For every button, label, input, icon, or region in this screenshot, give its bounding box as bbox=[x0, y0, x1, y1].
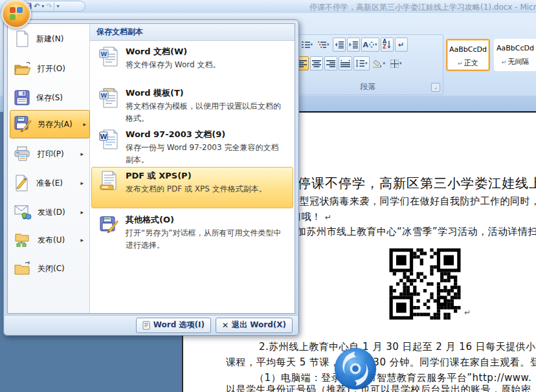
enter-mark-icon: ↵ bbox=[502, 59, 507, 65]
sort-icon: AZ bbox=[383, 39, 386, 50]
show-hide-marks-button[interactable]: ↵ bbox=[395, 38, 408, 52]
title-bar: ↶ ▾ ↷ ▾ 停课不停学，高新区第三小学娄江娃线上学习攻略(1).docx -… bbox=[0, 0, 536, 13]
save-as-floppy-pencil-icon bbox=[14, 115, 32, 133]
office-logo-icon bbox=[10, 7, 23, 20]
align-right-icon bbox=[326, 60, 335, 67]
asian-layout-icon: A bbox=[363, 41, 369, 49]
save-floppy-icon bbox=[14, 89, 30, 106]
align-right-button[interactable] bbox=[324, 56, 337, 71]
dropdown-icon: ▾ bbox=[375, 42, 377, 47]
dropdown-icon: ▾ bbox=[311, 42, 313, 47]
submenu-arrow-icon: ▸ bbox=[80, 209, 84, 215]
line-spacing-button[interactable]: ▾ bbox=[353, 56, 370, 71]
numbering-button[interactable]: ▾ bbox=[300, 38, 315, 52]
menu-item-save[interactable]: 保存(S) bbox=[10, 84, 87, 111]
menu-item-close[interactable]: 关闭(C) bbox=[10, 255, 87, 282]
menu-item-save-as[interactable]: 另存为(A) ▸ bbox=[10, 110, 90, 138]
word-application-window: ↶ ▾ ↷ ▾ 停课不停学，高新区第三小学娄江娃线上学习攻略(1).docx -… bbox=[0, 0, 536, 392]
paragraph-mark: ↵ bbox=[464, 308, 471, 317]
style-name: ↵正文 bbox=[447, 58, 489, 68]
submenu-item-word-97-2003[interactable]: W Word 97-2003 文档(9) 保存一份与 Word 97-2003 … bbox=[91, 125, 293, 166]
close-folder-icon bbox=[14, 260, 32, 277]
word-document-icon: W bbox=[98, 46, 119, 68]
increase-indent-icon bbox=[349, 41, 358, 49]
dropdown-icon: ▾ bbox=[365, 61, 368, 66]
numbering-icon bbox=[302, 41, 310, 49]
new-document-icon bbox=[14, 30, 30, 48]
shading-bucket-icon bbox=[373, 60, 383, 68]
svg-text:W: W bbox=[101, 51, 107, 58]
menu-item-new[interactable]: 新建(N) bbox=[10, 25, 87, 52]
submenu-item-word-document[interactable]: W Word 文档(W) 将文件保存为 Word 文档。 bbox=[91, 43, 293, 76]
enter-mark-icon: ↵ bbox=[458, 60, 463, 67]
paragraph-group-label: 段落 bbox=[293, 82, 443, 93]
submenu-arrow-icon: ▸ bbox=[80, 180, 84, 186]
office-menu-left-column: 新建(N) 打开(O) bbox=[8, 24, 90, 313]
align-center-button[interactable] bbox=[310, 56, 323, 71]
word-options-button[interactable]: Word 选项(I) bbox=[136, 318, 211, 333]
sort-button[interactable]: AZ bbox=[381, 38, 394, 52]
word-template-icon: W bbox=[98, 87, 119, 109]
undo-icon[interactable]: ↶ bbox=[34, 3, 39, 10]
menu-item-send[interactable]: 发送(D) ▸ bbox=[10, 199, 87, 226]
submenu-item-word-template[interactable]: W Word 模板(T) 将文档保存为模板，以便用于设置以后文档的格式。 bbox=[91, 84, 293, 124]
asian-layout-button[interactable]: A ▾ bbox=[361, 38, 379, 52]
asian-layout-arrows-icon bbox=[369, 41, 374, 48]
office-menu-submenu: 保存文档副本 W Word 文档(W) 将文件保存为 Word 文档。 bbox=[90, 24, 295, 313]
svg-text:W: W bbox=[101, 93, 107, 99]
pdf-xps-icon bbox=[98, 170, 119, 192]
menu-item-publish[interactable]: 发布(U) ▸ bbox=[10, 226, 87, 254]
style-card-no-spacing[interactable]: AaBbCcDd ↵无间隔 bbox=[494, 39, 536, 71]
document-text-line: 2.苏州线上教育中心自 1 月 30 日起至 2 月 16 日每天提供小学一至 bbox=[259, 341, 536, 353]
send-email-icon bbox=[14, 204, 32, 221]
paragraph-dialog-launcher[interactable]: ⌟ bbox=[431, 83, 440, 92]
document-text-line: 新型冠状病毒来袭，同学们在做好自我防护工作的同时，可以 bbox=[289, 195, 536, 208]
style-sample-text: AaBbCcDd bbox=[447, 45, 489, 54]
printer-icon bbox=[14, 146, 32, 162]
menu-item-print[interactable]: 打印(P) ▸ bbox=[10, 140, 87, 168]
qr-code-image bbox=[388, 248, 462, 320]
word-97-2003-icon: W bbox=[98, 129, 119, 151]
increase-indent-button[interactable] bbox=[347, 38, 360, 52]
decrease-indent-icon bbox=[335, 41, 344, 49]
borders-grid-icon bbox=[390, 60, 399, 68]
document-text-line: 以是学生身份证号码（推荐)，也可以是学校后台导出的账号，原始密 bbox=[226, 384, 531, 392]
document-text-line: 加苏州市线上教育中心“冰雪季”学习活动，活动详情扫描二 bbox=[296, 226, 536, 238]
office-button[interactable] bbox=[1, 0, 31, 28]
justify-icon bbox=[341, 60, 350, 67]
paragraph-group: ▾ ▾ ▾ bbox=[293, 34, 443, 95]
window-title: 停课不停学，高新区第三小学娄江娃线上学习攻略(1).docx - Micr bbox=[309, 2, 536, 13]
shading-button[interactable]: ▾ bbox=[371, 56, 388, 71]
svg-text:W: W bbox=[100, 133, 107, 140]
justify-button[interactable] bbox=[339, 56, 352, 71]
borders-button[interactable]: ▾ bbox=[388, 56, 404, 71]
dropdown-icon: ▾ bbox=[327, 42, 329, 47]
align-center-icon bbox=[312, 60, 321, 67]
submenu-item-other-formats[interactable]: 其他格式(O) 打开“另存为”对话框，从所有可用文件类型中进行选择。 bbox=[91, 211, 293, 251]
office-menu-footer: Word 选项(I) ✕ 退出 Word(X) bbox=[5, 315, 298, 334]
prepare-document-icon bbox=[14, 174, 30, 192]
paragraph-mark-icon: ↵ bbox=[398, 41, 404, 49]
menu-item-open[interactable]: 打开(O) bbox=[10, 55, 87, 82]
open-folder-icon bbox=[14, 60, 32, 77]
exit-word-button[interactable]: ✕ 退出 Word(X) bbox=[216, 318, 293, 333]
style-card-normal[interactable]: AaBbCcDd ↵正文 bbox=[446, 39, 490, 71]
multilevel-list-button[interactable]: ▾ bbox=[316, 38, 331, 52]
other-formats-icon bbox=[98, 214, 119, 236]
document-text-line: 课程，平均每天 5 节课，每节课 30 分钟。同学们课在家自主观看。登 bbox=[226, 356, 536, 369]
customize-qat-icon[interactable]: ▾ bbox=[56, 3, 59, 9]
decrease-indent-button[interactable] bbox=[333, 38, 346, 52]
submenu-item-pdf-xps[interactable]: PDF 或 XPS(P) 发布文档的 PDF 或 XPS 文件格式副本。 bbox=[91, 167, 293, 208]
close-x-icon: ✕ bbox=[222, 321, 229, 330]
submenu-arrow-icon: ▸ bbox=[80, 237, 84, 243]
menu-item-prepare[interactable]: 准备(E) ▸ bbox=[10, 169, 87, 197]
undo-dropdown-icon[interactable]: ▾ bbox=[41, 3, 44, 9]
dropdown-icon: ▾ bbox=[383, 61, 386, 66]
document-text-line: （1）电脑端：登录“太仓市智慧教育云服务平台”http://www. bbox=[254, 372, 531, 384]
dropdown-icon: ▾ bbox=[399, 61, 402, 66]
submenu-arrow-icon: ▸ bbox=[83, 121, 86, 127]
document-heading: 停课不停学，高新区第三小学娄江娃线上学习攻略 bbox=[298, 175, 536, 192]
redo-icon: ↷ bbox=[46, 3, 52, 10]
word-options-icon bbox=[142, 321, 150, 330]
qat-separator bbox=[54, 3, 54, 10]
